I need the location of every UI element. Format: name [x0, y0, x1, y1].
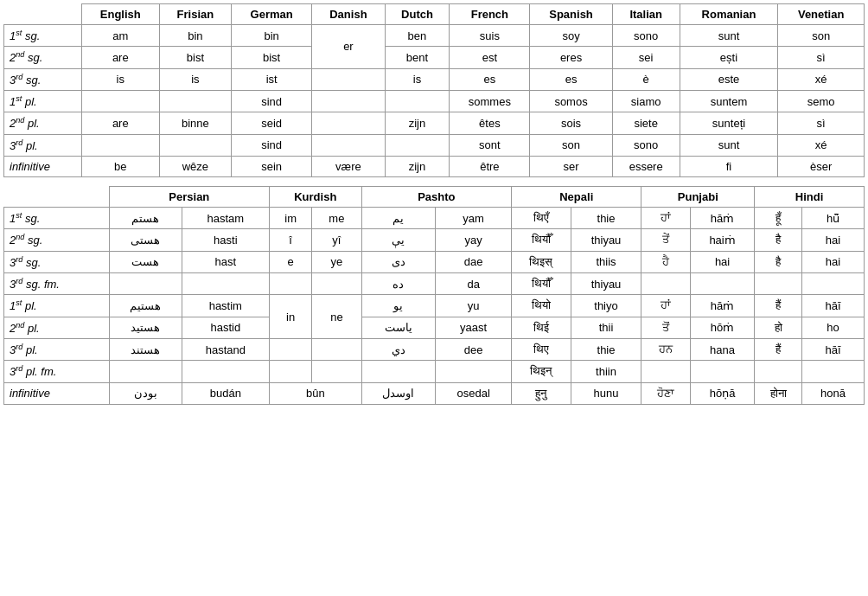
table-cell: होना — [755, 382, 802, 404]
table-cell: yay — [436, 229, 512, 251]
table-cell: هستی — [109, 229, 182, 251]
table-cell: thiin — [571, 361, 641, 382]
table-cell: دی — [361, 251, 436, 272]
table-row: 1st sg. am bin bin er ben suis soy sono … — [4, 25, 865, 47]
table-cell — [755, 361, 802, 382]
table-cell: dee — [436, 338, 512, 360]
table-cell: thii — [571, 317, 641, 338]
table-cell: è — [612, 68, 680, 90]
table-cell: thiyau — [571, 229, 641, 251]
table-cell: thiyo — [571, 295, 641, 317]
table-cell: हैं — [755, 338, 802, 360]
table-cell: hāṁ — [690, 295, 754, 317]
table-cell: være — [312, 156, 385, 176]
table-cell: hai — [802, 229, 865, 251]
table-cell: hastid — [182, 317, 270, 338]
table-cell — [312, 134, 385, 156]
table-cell: थिइन् — [512, 361, 571, 382]
bottom-header-pashto: Pashto — [361, 186, 512, 207]
table-cell: binne — [159, 112, 231, 134]
table-cell — [690, 272, 754, 294]
table-cell: eres — [530, 47, 612, 68]
table-cell: soy — [530, 25, 612, 47]
top-header-german: German — [232, 4, 312, 25]
table-cell — [802, 272, 865, 294]
table-cell: हूँ — [755, 207, 802, 228]
table-cell: is — [81, 68, 159, 90]
table-cell: sind — [232, 90, 312, 112]
row-label: 3rd pl. — [4, 338, 110, 360]
table-row: infinitive بودن budán bûn اوسدل osedal ह… — [4, 382, 865, 404]
table-cell: ਹਾਂ — [641, 295, 691, 317]
table-cell: है — [755, 229, 802, 251]
table-cell: هستند — [109, 338, 182, 360]
table-row: 3rd pl. fm. थिइन् thiin — [4, 361, 865, 382]
table-cell: ياست — [361, 317, 436, 338]
table-cell: xé — [778, 68, 865, 90]
row-label: 1st sg. — [4, 25, 82, 47]
table-cell: êtes — [450, 112, 530, 134]
top-header-spanish: Spanish — [530, 4, 612, 25]
table-cell — [270, 272, 312, 294]
table-row: 3rd sg. fm. ده da थियौँ thiyau — [4, 272, 865, 294]
table-cell: este — [680, 68, 778, 90]
table-cell: xé — [778, 134, 865, 156]
table-cell: sì — [778, 112, 865, 134]
table-cell: in — [270, 295, 312, 339]
table-cell: fi — [680, 156, 778, 176]
table-cell: sono — [612, 25, 680, 47]
table-cell: sind — [232, 134, 312, 156]
table-row: 3rd pl. هستند hastand دي dee थिए thie ਹਨ… — [4, 338, 865, 360]
table-row: 3rd sg. هست hast e ye دی dae थिइस् thiis… — [4, 251, 865, 272]
table-cell: siamo — [612, 90, 680, 112]
top-header-romanian: Romanian — [680, 4, 778, 25]
table-cell: bist — [232, 47, 312, 68]
table-cell — [312, 272, 361, 294]
table-cell: suntem — [680, 90, 778, 112]
top-header-venetian: Venetian — [778, 4, 865, 25]
table-cell: are — [81, 112, 159, 134]
table-cell: ਹੋਣਾ — [641, 382, 691, 404]
table-cell: hana — [690, 338, 754, 360]
table-cell: haiṁ — [690, 229, 754, 251]
table-cell: थिइस् — [512, 251, 571, 272]
bottom-header-kurdish: Kurdish — [270, 186, 361, 207]
table-cell: î — [270, 229, 312, 251]
table-cell: थिई — [512, 317, 571, 338]
table-cell: sono — [612, 134, 680, 156]
table-cell — [182, 361, 270, 382]
table-cell: son — [778, 25, 865, 47]
table-cell — [641, 361, 691, 382]
table-cell: ist — [232, 68, 312, 90]
table-cell — [755, 272, 802, 294]
top-header-italian: Italian — [612, 4, 680, 25]
row-label: infinitive — [4, 382, 110, 404]
table-cell: yam — [436, 207, 512, 228]
table-cell — [312, 68, 385, 90]
table-cell: sommes — [450, 90, 530, 112]
section-gap — [3, 177, 865, 186]
table-cell: somos — [530, 90, 612, 112]
table-row: 1st sg. هستم hastam im me يم yam थिएँ th… — [4, 207, 865, 228]
table-cell: hastam — [182, 207, 270, 228]
row-label: 3rd pl. fm. — [4, 361, 110, 382]
table-cell: थिएँ — [512, 207, 571, 228]
table-cell: zijn — [385, 112, 450, 134]
row-label: 2nd pl. — [4, 317, 110, 338]
table-cell: be — [81, 156, 159, 176]
table-cell — [312, 90, 385, 112]
table-cell: يم — [361, 207, 436, 228]
table-cell: ਤੋਂ — [641, 317, 691, 338]
bottom-header-nepali: Nepali — [512, 186, 641, 207]
table-cell: hōṁ — [690, 317, 754, 338]
table-cell — [641, 272, 691, 294]
table-cell — [109, 361, 182, 382]
table-cell: थियौँ — [512, 229, 571, 251]
table-cell: hast — [182, 251, 270, 272]
table-cell: ده — [361, 272, 436, 294]
top-header-dutch: Dutch — [385, 4, 450, 25]
table-cell: है — [755, 251, 802, 272]
table-cell: siete — [612, 112, 680, 134]
table-row: 1st pl. sind sommes somos siamo suntem s… — [4, 90, 865, 112]
table-cell — [270, 338, 312, 360]
